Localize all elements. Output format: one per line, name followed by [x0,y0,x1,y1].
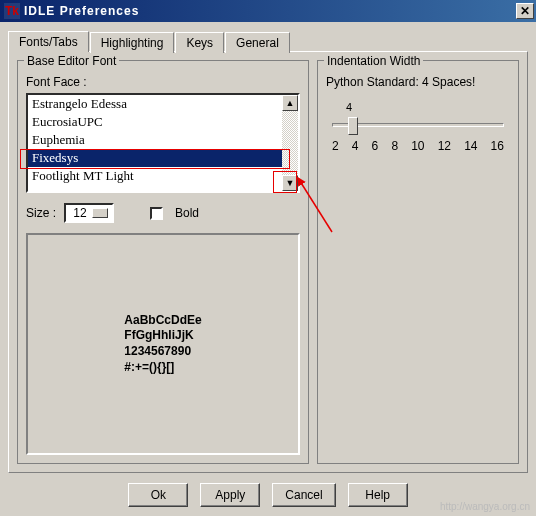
tab-keys[interactable]: Keys [175,32,224,53]
slider-ticks: 2 4 6 8 10 12 14 16 [332,139,504,153]
font-legend: Base Editor Font [24,54,119,68]
size-label: Size : [26,206,56,220]
tick: 6 [372,139,379,153]
preview-line: AaBbCcDdEe [124,313,201,329]
tab-general[interactable]: General [225,32,290,53]
bold-checkbox[interactable] [150,207,163,220]
preview-text: AaBbCcDdEe FfGgHhIiJjK 1234567890 #:+=()… [124,313,201,375]
font-list-items: Estrangelo Edessa EucrosiaUPC Euphemia F… [28,95,282,191]
scroll-up-icon[interactable]: ▲ [282,95,298,111]
list-item[interactable]: Footlight MT Light [28,167,282,185]
close-button[interactable]: ✕ [516,3,534,19]
indent-slider[interactable]: 4 2 4 6 8 10 12 14 16 [332,99,504,149]
font-groupbox: Base Editor Font Font Face : Estrangelo … [17,60,309,464]
preview-line: FfGgHhIiJjK [124,328,201,344]
indent-standard-label: Python Standard: 4 Spaces! [326,75,510,89]
tick: 8 [391,139,398,153]
cancel-button[interactable]: Cancel [272,483,335,507]
watermark: http://wangya.org.cn [440,501,530,512]
tick: 12 [438,139,451,153]
list-item[interactable]: Euphemia [28,131,282,149]
apply-button[interactable]: Apply [200,483,260,507]
tab-content: Base Editor Font Font Face : Estrangelo … [8,51,528,473]
indent-groupbox: Indentation Width Python Standard: 4 Spa… [317,60,519,464]
font-face-listbox[interactable]: Estrangelo Edessa EucrosiaUPC Euphemia F… [26,93,300,193]
app-icon: Tk [4,3,20,19]
list-item[interactable]: Estrangelo Edessa [28,95,282,113]
window-title: IDLE Preferences [24,4,516,18]
slider-value: 4 [346,101,352,113]
tab-highlighting[interactable]: Highlighting [90,32,175,53]
scroll-down-icon[interactable]: ▼ [282,175,298,191]
size-spinner[interactable]: 12 [64,203,114,223]
tick: 14 [464,139,477,153]
tick: 4 [352,139,359,153]
listbox-scrollbar[interactable]: ▲ ▼ [282,95,298,191]
font-preview: AaBbCcDdEe FfGgHhIiJjK 1234567890 #:+=()… [26,233,300,455]
spinner-btn-icon[interactable] [92,208,108,218]
tick: 10 [411,139,424,153]
tick: 16 [491,139,504,153]
list-item-selected[interactable]: Fixedsys [28,149,282,167]
svg-text:Tk: Tk [5,4,19,18]
indent-legend: Indentation Width [324,54,423,68]
scroll-track[interactable] [282,111,298,175]
help-button[interactable]: Help [348,483,408,507]
preview-line: 1234567890 [124,344,201,360]
tab-bar: Fonts/Tabs Highlighting Keys General [8,30,528,51]
ok-button[interactable]: Ok [128,483,188,507]
slider-thumb[interactable] [348,117,358,135]
list-item[interactable]: EucrosiaUPC [28,113,282,131]
font-face-label: Font Face : [26,75,300,89]
bold-label: Bold [175,206,199,220]
size-row: Size : 12 Bold [26,203,300,223]
tick: 2 [332,139,339,153]
tab-fonts[interactable]: Fonts/Tabs [8,31,89,52]
size-value: 12 [70,206,90,220]
titlebar: Tk IDLE Preferences ✕ [0,0,536,22]
preview-line: #:+=(){}[] [124,360,201,376]
